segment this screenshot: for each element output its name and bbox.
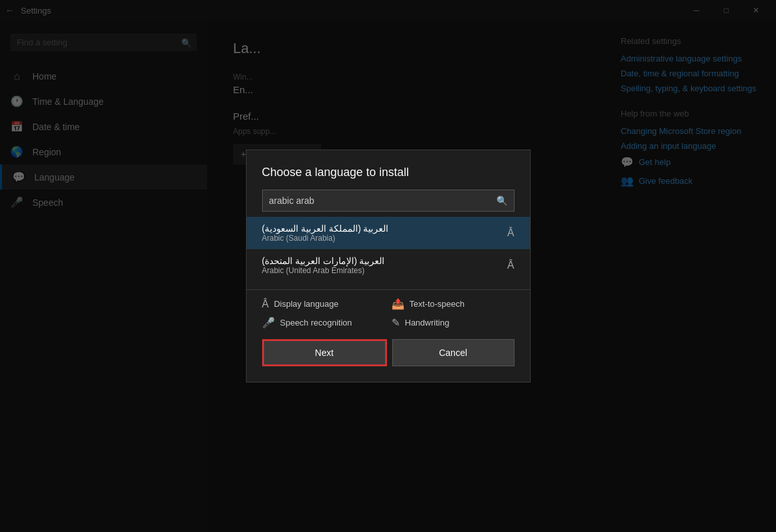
modal-overlay: Choose a language to install 🔍 العربية (… (0, 0, 776, 532)
dialog-title: Choose a language to install (247, 150, 530, 190)
tts-icon: 📤 (392, 298, 405, 310)
dialog-search-button[interactable]: 🔍 (490, 195, 514, 206)
feature-text-to-speech: 📤 Text-to-speech (392, 298, 515, 310)
display-language-icon: Â (262, 298, 269, 310)
lang-uae-info: العربية (الإمارات العربية المتحدة) Arabi… (262, 256, 385, 275)
feature-handwriting-label: Handwriting (405, 318, 450, 327)
lang-uae-feature-icon: Â (507, 260, 515, 271)
dialog-search-input[interactable] (263, 190, 490, 211)
dialog-buttons: Next Cancel (247, 329, 530, 382)
feature-tts-label: Text-to-speech (410, 299, 465, 309)
lang-saudi-english: Arabic (Saudi Arabia) (262, 234, 389, 243)
lang-uae-native: العربية (الإمارات العربية المتحدة) (262, 256, 385, 266)
feature-display-language: Â Display language (262, 298, 385, 310)
cancel-button[interactable]: Cancel (392, 339, 515, 366)
handwriting-icon: ✎ (392, 316, 400, 329)
feature-speech-label: Speech recognition (280, 318, 352, 327)
language-item-saudi[interactable]: العربية (المملكة العربية السعودية) Arabi… (247, 217, 530, 249)
language-dialog: Choose a language to install 🔍 العربية (… (246, 150, 531, 382)
lang-uae-english: Arabic (United Arab Emirates) (262, 266, 385, 275)
feature-handwriting: ✎ Handwriting (392, 316, 515, 329)
lang-saudi-feature-icon: Â (507, 227, 515, 239)
lang-saudi-native: العربية (المملكة العربية السعودية) (262, 223, 389, 234)
language-item-uae[interactable]: العربية (الإمارات العربية المتحدة) Arabi… (247, 249, 530, 282)
language-list: العربية (المملكة العربية السعودية) Arabi… (247, 217, 530, 282)
dialog-search-container: 🔍 (262, 190, 515, 212)
lang-saudi-info: العربية (المملكة العربية السعودية) Arabi… (262, 223, 389, 243)
dialog-divider (247, 289, 530, 290)
feature-display-label: Display language (274, 299, 338, 309)
features-list: Â Display language 📤 Text-to-speech 🎤 S… (247, 298, 530, 329)
next-button[interactable]: Next (262, 339, 387, 366)
feature-speech-recognition: 🎤 Speech recognition (262, 316, 385, 329)
speech-rec-icon: 🎤 (262, 316, 275, 329)
